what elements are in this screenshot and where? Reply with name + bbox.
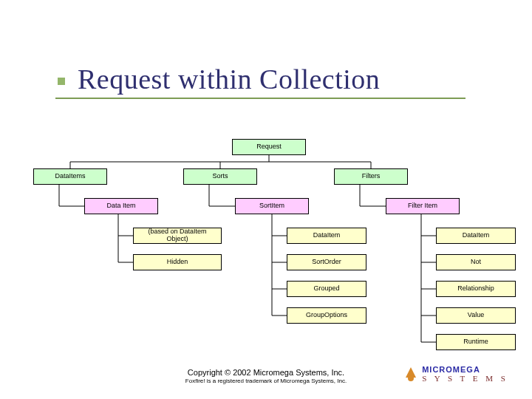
node-dataitem-based: (based on DataItem Object) xyxy=(133,228,222,244)
node-filters: Filters xyxy=(334,168,408,185)
node-dataitem: Data Item xyxy=(84,198,158,214)
node-sortitem-sortorder: SortOrder xyxy=(287,254,366,270)
node-sortitem: SortItem xyxy=(235,198,309,214)
copyright-text: Copyright © 2002 Micromega Systems, Inc. xyxy=(188,368,344,377)
node-filteritem-runtime: Runtime xyxy=(436,334,516,350)
title-underline xyxy=(55,98,466,99)
logo-slashes: S Y S T E M S xyxy=(422,374,508,383)
title-bullet-icon xyxy=(58,78,65,85)
logo: MICROMEGA S Y S T E M S xyxy=(404,365,508,383)
node-filteritem-relationship: Relationship xyxy=(436,281,516,297)
node-sortitem-groupoptions: GroupOptions xyxy=(287,307,366,324)
node-filteritem-dataitem: DataItem xyxy=(436,228,516,244)
page-title: Request within Collection xyxy=(78,63,380,95)
logo-word: MICROMEGA xyxy=(422,365,508,374)
node-filteritem-value: Value xyxy=(436,307,516,324)
fox-icon xyxy=(404,365,417,383)
node-filteritem-not: Not xyxy=(436,254,516,270)
node-dataitems: DataItems xyxy=(33,168,107,185)
node-dataitem-hidden: Hidden xyxy=(133,254,222,270)
node-sortitem-dataitem: DataItem xyxy=(287,228,366,244)
node-filteritem: Filter Item xyxy=(386,198,460,214)
node-sorts: Sorts xyxy=(183,168,257,185)
node-request: Request xyxy=(232,139,306,155)
node-sortitem-grouped: Grouped xyxy=(287,281,366,297)
